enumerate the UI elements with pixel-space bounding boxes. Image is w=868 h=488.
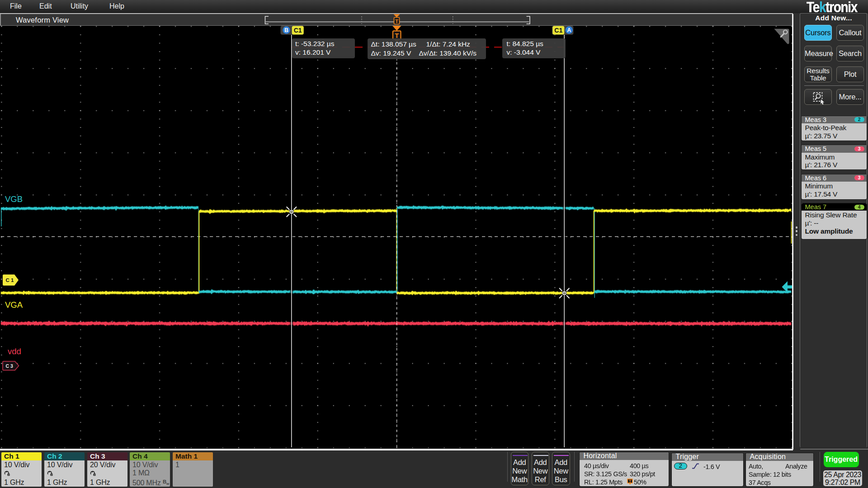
svg-text:C1: C1 (294, 27, 302, 34)
svg-text:VGA: VGA (5, 300, 23, 310)
svg-text:C 1: C 1 (6, 277, 14, 283)
svg-text:B: B (284, 27, 288, 33)
svg-text:T: T (395, 19, 398, 24)
svg-text:A: A (567, 27, 571, 33)
svg-text:vdd: vdd (8, 347, 21, 356)
svg-text:C1: C1 (554, 27, 562, 34)
svg-text:T: T (629, 479, 632, 483)
svg-text:VGB: VGB (5, 194, 23, 204)
svg-text:C 3: C 3 (6, 363, 14, 369)
